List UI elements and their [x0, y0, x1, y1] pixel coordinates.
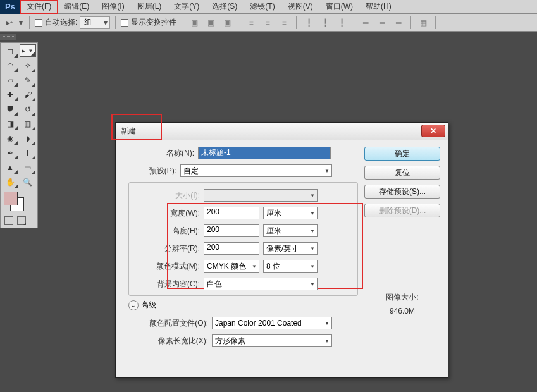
divider [115, 16, 116, 29]
height-input[interactable]: 200 [204, 224, 259, 237]
distribute-icon: ┇ [318, 16, 332, 30]
reset-button[interactable]: 复位 [364, 166, 440, 180]
menu-file[interactable]: 文件(F) [20, 0, 58, 13]
history-brush-tool[interactable]: ↺ [20, 102, 36, 116]
distribute-icon: ═ [392, 16, 405, 30]
width-label: 宽度(W): [129, 208, 204, 219]
distribute-icon: ┇ [335, 16, 349, 30]
divider [410, 16, 411, 29]
auto-select-label: 自动选择: [45, 17, 77, 28]
color-swatches[interactable] [2, 190, 36, 214]
align-icon: ≡ [277, 16, 291, 30]
image-size-label: 图像大小: [364, 292, 440, 303]
background-select[interactable]: 白色 [204, 278, 318, 290]
menu-edit[interactable]: 编辑(E) [58, 0, 96, 13]
show-transform-checkbox[interactable] [121, 19, 128, 27]
zoom-tool[interactable]: 🔍 [20, 175, 36, 189]
save-preset-button[interactable]: 存储预设(S)... [364, 185, 440, 199]
preset-select[interactable]: 自定 [180, 164, 332, 177]
move-tool[interactable]: ▸ [20, 44, 36, 57]
size-select [204, 189, 318, 202]
image-size-value: 946.0M [364, 307, 440, 315]
lasso-tool[interactable]: ◠ [2, 59, 18, 73]
height-label: 高度(H): [129, 226, 204, 236]
marquee-tool[interactable]: ◻ [2, 44, 18, 58]
healing-tool[interactable]: ✚ [2, 88, 18, 102]
menu-window[interactable]: 窗口(W) [319, 0, 359, 13]
divider [296, 16, 297, 29]
size-label: 大小(I): [129, 190, 204, 201]
divider [29, 16, 30, 29]
panel-grip[interactable] [0, 34, 16, 40]
dropdown-icon[interactable]: ▾ [18, 17, 24, 28]
options-bar: ▸+ ▾ 自动选择: 组 显示变换控件 ▣ ▣ ▣ ≡ ≡ ≡ ┇ ┇ ┇ ═ … [0, 14, 537, 32]
resolution-unit-select[interactable]: 像素/英寸 [263, 242, 318, 255]
blur-tool[interactable]: ◉ [2, 132, 18, 145]
color-depth-select[interactable]: 8 位 [263, 260, 318, 273]
magic-wand-tool[interactable]: ✧ [20, 59, 36, 73]
divider [182, 16, 182, 29]
delete-preset-button: 删除预设(D)... [364, 204, 440, 217]
menu-image[interactable]: 图像(I) [96, 0, 130, 13]
path-select-tool[interactable]: ▲ [2, 161, 18, 175]
brush-tool[interactable]: 🖌 [20, 88, 36, 102]
align-icon: ≡ [261, 16, 275, 30]
distribute-icon: ┇ [302, 16, 316, 30]
gradient-tool[interactable]: ▥ [20, 117, 36, 131]
annotation-highlight [111, 114, 162, 140]
auto-select-checkbox[interactable] [35, 19, 42, 27]
new-document-dialog: 新建 ✕ 名称(N): 未标题-1 预设(P): 自定 大小(I): 宽度(W)… [115, 122, 448, 378]
resolution-input[interactable]: 200 [204, 242, 259, 255]
eraser-tool[interactable]: ◨ [2, 117, 18, 131]
align-icon: ≡ [244, 16, 258, 30]
name-label: 名称(N): [123, 148, 198, 159]
menubar: Ps 文件(F) 编辑(E) 图像(I) 图层(L) 文字(Y) 选择(S) 滤… [0, 0, 537, 14]
menu-filter[interactable]: 滤镜(T) [244, 0, 281, 13]
align-icon: ▣ [204, 16, 218, 30]
distribute-icon: ═ [359, 16, 373, 30]
menu-type[interactable]: 文字(Y) [168, 0, 206, 13]
color-mode-label: 颜色模式(M): [129, 261, 204, 272]
menu-view[interactable]: 视图(V) [281, 0, 319, 13]
eyedropper-tool[interactable]: ✎ [20, 73, 36, 87]
auto-select-dropdown[interactable]: 组 [80, 16, 110, 29]
height-unit-select[interactable]: 厘米 [263, 224, 318, 237]
toolbox-dock: ◻ ▸ ◠ ✧ ▱ ✎ ✚ 🖌 ⛊ ↺ ◨ ▥ ◉ ◗ ✒ T ▲ ▭ ✋ 🔍 [0, 32, 38, 228]
dialog-titlebar[interactable]: 新建 ✕ [116, 123, 448, 140]
menu-help[interactable]: 帮助(H) [359, 0, 398, 13]
close-button[interactable]: ✕ [421, 125, 445, 137]
menu-select[interactable]: 选择(S) [206, 0, 244, 13]
width-input[interactable]: 200 [204, 207, 259, 219]
color-mode-select[interactable]: CMYK 颜色 [204, 260, 259, 273]
preset-label: 预设(P): [123, 166, 180, 176]
toolbox: ◻ ▸ ◠ ✧ ▱ ✎ ✚ 🖌 ⛊ ↺ ◨ ▥ ◉ ◗ ✒ T ▲ ▭ ✋ 🔍 [0, 42, 38, 228]
name-input[interactable]: 未标题-1 [198, 147, 331, 159]
foreground-swatch[interactable] [4, 192, 18, 205]
aspect-select[interactable]: 方形像素 [212, 334, 332, 347]
advanced-label: 高级 [141, 300, 156, 310]
width-unit-select[interactable]: 厘米 [263, 207, 318, 219]
app-logo: Ps [0, 0, 20, 14]
ok-button[interactable]: 确定 [364, 147, 440, 161]
screenmode-toggle[interactable] [17, 216, 26, 225]
distribute-icon: ═ [375, 16, 389, 30]
stamp-tool[interactable]: ⛊ [2, 102, 18, 116]
dodge-tool[interactable]: ◗ [20, 132, 36, 145]
pen-tool[interactable]: ✒ [2, 146, 18, 160]
quickmask-toggle[interactable] [4, 216, 13, 225]
profile-label: 颜色配置文件(O): [123, 318, 212, 329]
resolution-label: 分辨率(R): [129, 243, 204, 254]
show-transform-label: 显示变换控件 [131, 17, 176, 28]
move-tool-icon: ▸+ [4, 17, 15, 28]
advanced-toggle[interactable]: ⌄ [128, 300, 139, 310]
shape-tool[interactable]: ▭ [20, 161, 36, 175]
crop-tool[interactable]: ▱ [2, 73, 18, 87]
type-tool[interactable]: T [20, 146, 36, 160]
divider [435, 16, 436, 29]
menu-layer[interactable]: 图层(L) [131, 0, 168, 13]
profile-select[interactable]: Japan Color 2001 Coated [212, 317, 332, 329]
arrange-icon: ▦ [416, 16, 430, 30]
align-icon: ▣ [220, 16, 234, 30]
align-icon: ▣ [187, 16, 201, 30]
hand-tool[interactable]: ✋ [2, 175, 18, 189]
